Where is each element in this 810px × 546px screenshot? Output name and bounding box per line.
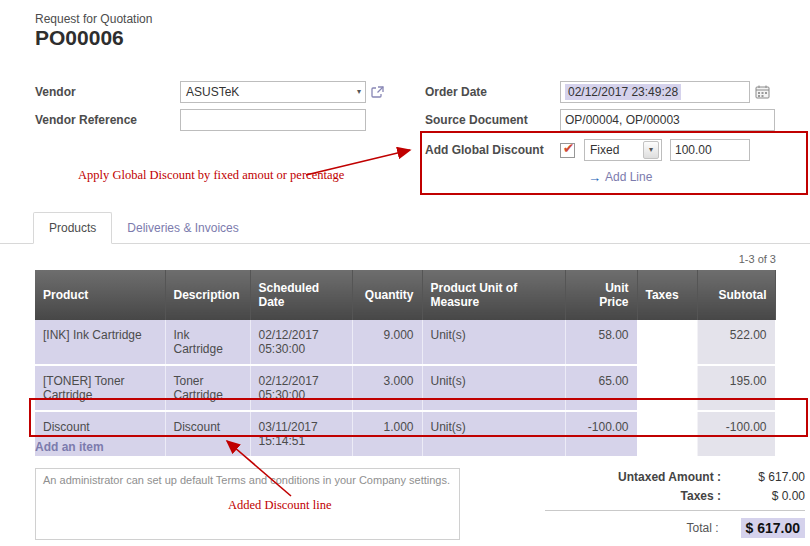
pager: 1-3 of 3 <box>739 253 776 265</box>
cell-taxes <box>637 320 697 365</box>
cell-product: [INK] Ink Cartridge <box>35 320 165 365</box>
add-an-item-link[interactable]: Add an item <box>35 440 104 454</box>
vendor-reference-label: Vendor Reference <box>35 113 180 127</box>
tab-deliveries-invoices[interactable]: Deliveries & Invoices <box>112 213 253 243</box>
vendor-select[interactable]: ASUSTeK ▾ <box>180 81 366 103</box>
cell-subtotal: 522.00 <box>697 320 775 365</box>
order-date-input[interactable]: 02/12/2017 23:49:28 <box>560 81 750 103</box>
cell-scheduled-date: 02/12/2017 05:30:00 <box>250 320 352 365</box>
taxes-label: Taxes : <box>681 489 721 503</box>
vendor-field-row: Vendor ASUSTeK ▾ <box>35 80 384 104</box>
taxes-value: $ 0.00 <box>743 489 805 503</box>
col-description[interactable]: Description <box>165 270 250 320</box>
cell-unit-price: 58.00 <box>565 320 637 365</box>
untaxed-amount-value: $ 617.00 <box>743 470 805 484</box>
tab-products-label: Products <box>49 221 96 235</box>
total-label: Total : <box>686 521 718 535</box>
vendor-reference-input[interactable] <box>180 109 366 131</box>
cell-uom: Unit(s) <box>422 320 565 365</box>
total-value: $ 617.00 <box>741 518 806 538</box>
annotation-discount-line: Added Discount line <box>228 498 331 513</box>
annotation-global-discount: Apply Global Discount by fixed amout or … <box>78 168 344 183</box>
source-document-label: Source Document <box>425 113 560 127</box>
order-date-row: Order Date 02/12/2017 23:49:28 <box>425 80 770 104</box>
col-unit-price[interactable]: Unit Price <box>565 270 637 320</box>
cell-description: Ink Cartridge <box>165 320 250 365</box>
untaxed-amount-label: Untaxed Amount : <box>618 470 721 484</box>
col-taxes[interactable]: Taxes <box>637 270 697 320</box>
source-document-input[interactable]: OP/00004, OP/00003 <box>560 109 775 131</box>
order-date-label: Order Date <box>425 85 560 99</box>
source-document-value: OP/00004, OP/00003 <box>565 113 680 127</box>
tab-deliveries-invoices-label: Deliveries & Invoices <box>127 221 238 235</box>
tab-products[interactable]: Products <box>33 212 112 244</box>
document-type-label: Request for Quotation <box>35 12 152 26</box>
calendar-icon[interactable] <box>755 85 770 99</box>
vendor-label: Vendor <box>35 85 180 99</box>
chevron-down-icon: ▾ <box>355 88 363 96</box>
vendor-reference-row: Vendor Reference <box>35 108 366 132</box>
cell-quantity: 9.000 <box>352 320 422 365</box>
terms-placeholder: An administrator can set up default Term… <box>43 474 450 486</box>
col-subtotal[interactable]: Subtotal <box>697 270 775 320</box>
untaxed-amount-row: Untaxed Amount : $ 617.00 <box>545 470 805 484</box>
highlight-box-discount-row <box>29 398 808 437</box>
col-uom[interactable]: Product Unit of Measure <box>422 270 565 320</box>
col-quantity[interactable]: Quantity <box>352 270 422 320</box>
highlight-box-global-discount <box>420 131 808 195</box>
order-date-value: 02/12/2017 23:49:28 <box>565 84 681 100</box>
external-link-icon[interactable] <box>371 86 384 99</box>
taxes-row: Taxes : $ 0.00 <box>545 489 805 503</box>
col-product[interactable]: Product <box>35 270 165 320</box>
total-row: Total : $ 617.00 <box>545 510 805 538</box>
col-scheduled-date[interactable]: Scheduled Date <box>250 270 352 320</box>
table-row[interactable]: [INK] Ink Cartridge Ink Cartridge 02/12/… <box>35 320 775 365</box>
page-title: PO00006 <box>35 26 124 50</box>
purchase-order-form: Request for Quotation PO00006 Vendor ASU… <box>0 0 810 546</box>
vendor-value: ASUSTeK <box>186 85 239 99</box>
table-header-row: Product Description Scheduled Date Quant… <box>35 270 775 320</box>
source-document-row: Source Document OP/00004, OP/00003 <box>425 108 775 132</box>
totals-panel: Untaxed Amount : $ 617.00 Taxes : $ 0.00… <box>545 470 805 543</box>
notebook-tabs: Products Deliveries & Invoices <box>0 212 810 244</box>
